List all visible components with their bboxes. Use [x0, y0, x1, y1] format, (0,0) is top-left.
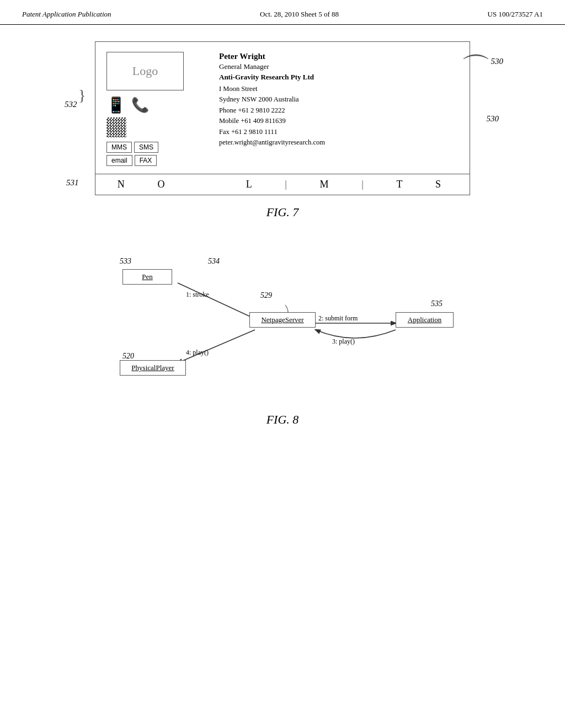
ref-530-label-pos: 530 — [491, 57, 504, 66]
sms-button[interactable]: SMS — [134, 142, 158, 153]
ref-532-label: 532 — [65, 100, 77, 109]
icons-row: 📱 📞 — [106, 96, 149, 114]
card-email: peter.wright@antigravityresearch.com — [219, 137, 459, 148]
card-company-name: Anti-Gravity Research Pty Ltd — [219, 73, 459, 82]
netpage-label: NetpageServer — [261, 315, 303, 324]
bottom-pipe2: | — [361, 179, 370, 190]
svg-line-5 — [178, 330, 255, 363]
page-content: 530 532 } Logo 📱 — [0, 25, 565, 460]
bottom-s: S — [435, 179, 447, 190]
pen-box: Pen — [122, 269, 172, 285]
bottom-t: T — [396, 179, 409, 190]
action-row-2: email FAX — [106, 155, 158, 166]
svg-text:2: submit form: 2: submit form — [318, 314, 358, 322]
svg-text:4: play(): 4: play() — [186, 349, 209, 356]
svg-text:1: stroke: 1: stroke — [186, 291, 209, 298]
card-inner: Logo 📱 📞 MMS — [95, 42, 470, 174]
svg-text:3: play(): 3: play() — [332, 338, 355, 345]
card-left: Logo 📱 📞 MMS — [106, 52, 206, 166]
card-right: Peter Wright General Manager Anti-Gravit… — [219, 52, 459, 166]
physical-player-box: PhysicalPlayer — [120, 360, 186, 376]
mms-button[interactable]: MMS — [106, 142, 132, 153]
fig8-label: FIG. 8 — [33, 413, 532, 427]
physical-player-label: PhysicalPlayer — [131, 363, 174, 372]
fig7-label: FIG. 7 — [33, 205, 532, 220]
action-buttons: MMS SMS email FAX — [106, 142, 158, 166]
svg-line-0 — [178, 283, 255, 319]
logo-text: Logo — [132, 64, 158, 78]
bottom-n: N — [118, 179, 131, 190]
header-publication: Patent Application Publication — [22, 10, 111, 19]
brace-530: ⌒ — [461, 53, 491, 84]
application-box: Application — [396, 312, 454, 328]
phone-handset-icon: 📞 — [131, 97, 149, 114]
action-row-1: MMS SMS — [106, 142, 158, 153]
pen-label: Pen — [142, 272, 153, 281]
bottom-pipe1: | — [285, 179, 294, 190]
netpage-server-box: NetpageServer — [249, 312, 316, 328]
header-patent-number: US 100/273527 A1 — [488, 10, 543, 19]
ref-530-label: 530 — [487, 114, 499, 123]
card-bottom-bar: N O L | M | T S — [95, 174, 470, 195]
header-date-sheet: Oct. 28, 2010 Sheet 5 of 88 — [260, 10, 339, 19]
bottom-m: M — [320, 179, 335, 190]
business-card: Logo 📱 📞 MMS — [95, 41, 470, 195]
card-mobile: Mobile +61 409 811639 — [219, 116, 459, 126]
card-person-name: Peter Wright — [219, 52, 459, 61]
card-phone: Phone +61 2 9810 2222 — [219, 105, 459, 116]
card-details: I Moon Street Sydney NSW 2000 Australia … — [219, 84, 459, 148]
ref-531-label: 531 — [66, 178, 79, 188]
email-button[interactable]: email — [106, 155, 132, 166]
card-fax: Fax +61 2 9810 1111 — [219, 127, 459, 137]
logo-box: Logo — [106, 52, 184, 90]
page-header: Patent Application Publication Oct. 28, … — [0, 0, 565, 25]
card-person-title: General Manager — [219, 62, 459, 71]
card-city: Sydney NSW 2000 Australia — [219, 94, 459, 105]
bottom-l: L — [246, 179, 259, 190]
keypad-icon: 📱 — [106, 96, 126, 114]
bottom-o: O — [157, 179, 171, 190]
fig7-section: 530 532 } Logo 📱 — [33, 41, 532, 220]
card-address: I Moon Street — [219, 84, 459, 94]
fig8-section: 533 534 529 535 520 1: stroke 2: submit … — [33, 242, 532, 427]
application-label: Application — [408, 315, 441, 324]
fax-button[interactable]: FAX — [135, 155, 157, 166]
brace-532: } — [78, 88, 86, 103]
qr-code-icon — [106, 117, 126, 137]
